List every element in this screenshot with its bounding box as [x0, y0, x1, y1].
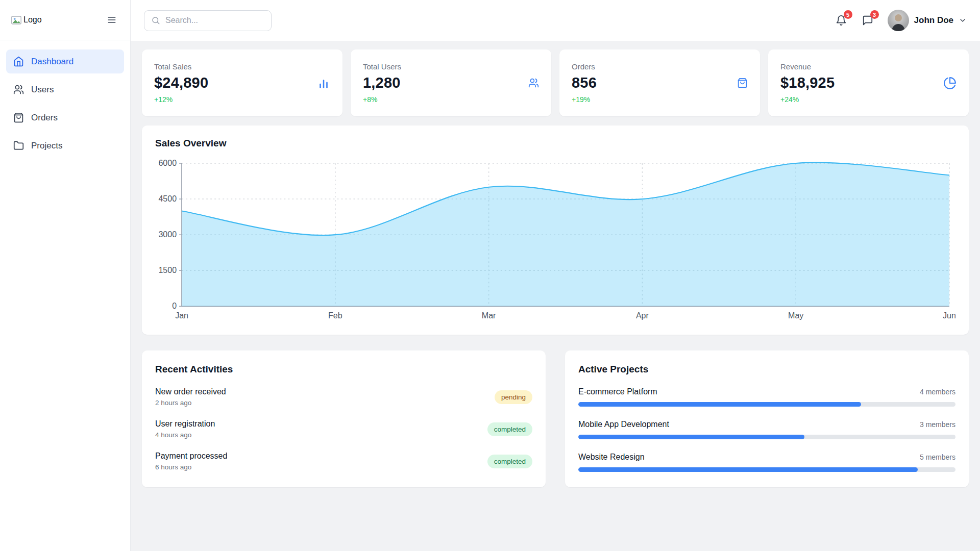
stat-value: 856 — [572, 74, 597, 91]
shopping-bag-icon — [737, 78, 748, 88]
status-badge: completed — [487, 422, 532, 436]
svg-text:Apr: Apr — [636, 311, 649, 320]
bottom-row: Recent Activities New order received 2 h… — [142, 350, 969, 487]
sales-overview-card: Sales Overview 01500300045006000JanFebMa… — [142, 126, 969, 335]
search-input[interactable] — [165, 16, 264, 25]
main-content: Total Sales $24,890 +12% Total Users 1,2… — [131, 0, 980, 487]
progress-bar — [578, 435, 955, 439]
svg-text:1500: 1500 — [158, 265, 177, 274]
activity-texts: New order received 2 hours ago — [155, 387, 226, 407]
stat-change: +12% — [154, 95, 208, 104]
stat-label: Total Sales — [154, 62, 208, 71]
stat-value: 1,280 — [363, 74, 401, 91]
stat-label: Total Users — [363, 62, 401, 71]
project-members: 3 members — [920, 420, 955, 429]
sales-area-chart: 01500300045006000JanFebMarAprMayJun — [155, 156, 955, 325]
search-icon — [151, 16, 160, 25]
project-list: E-commerce Platform 4 members Mobile App… — [578, 387, 955, 472]
project-head: Website Redesign 5 members — [578, 453, 955, 462]
activity-time: 6 hours ago — [155, 463, 227, 471]
stat-card: Revenue $18,925 +24% — [768, 49, 969, 116]
project-name: Mobile App Development — [578, 420, 669, 429]
stat-texts: Total Users 1,280 +8% — [363, 62, 401, 104]
progress-bar — [578, 402, 955, 407]
project-members: 4 members — [920, 388, 955, 396]
top-header: 5 3 John Doe — [131, 0, 980, 41]
home-icon — [13, 56, 24, 67]
shopping-bag-icon — [13, 112, 24, 123]
logo-alt-text: Logo — [23, 15, 42, 24]
stats-row: Total Sales $24,890 +12% Total Users 1,2… — [142, 49, 969, 116]
stat-label: Revenue — [780, 62, 835, 71]
sidebar-item-label: Users — [31, 85, 54, 95]
project-name: Website Redesign — [578, 453, 645, 462]
stat-card: Total Sales $24,890 +12% — [142, 49, 342, 116]
activity-row: New order received 2 hours ago pending — [155, 387, 532, 407]
user-menu[interactable]: John Doe — [888, 10, 967, 31]
project-head: Mobile App Development 3 members — [578, 420, 955, 429]
sidebar: Logo DashboardUsersOrdersProjects — [0, 0, 131, 551]
activity-time: 2 hours ago — [155, 399, 226, 407]
progress-fill — [578, 467, 918, 472]
activity-texts: User registration 4 hours ago — [155, 419, 215, 439]
notifications-button[interactable]: 5 — [835, 14, 848, 27]
activity-row: User registration 4 hours ago completed — [155, 419, 532, 439]
sidebar-item-dashboard[interactable]: Dashboard — [6, 49, 124, 73]
search-box — [144, 10, 272, 31]
stat-texts: Orders 856 +19% — [572, 62, 597, 104]
stat-change: +24% — [780, 95, 835, 104]
progress-fill — [578, 402, 861, 407]
sidebar-item-projects[interactable]: Projects — [6, 134, 124, 158]
activity-list: New order received 2 hours ago pending U… — [155, 387, 532, 471]
notifications-badge: 5 — [844, 10, 852, 19]
project-name: E-commerce Platform — [578, 387, 657, 396]
sidebar-header: Logo — [0, 0, 130, 40]
chevron-down-icon — [959, 16, 967, 24]
activity-texts: Payment processed 6 hours ago — [155, 452, 227, 471]
user-name: John Doe — [914, 15, 953, 26]
status-badge: completed — [487, 455, 532, 468]
activity-title: New order received — [155, 387, 226, 396]
project-head: E-commerce Platform 4 members — [578, 387, 955, 396]
svg-text:Jan: Jan — [175, 311, 188, 320]
folder-icon — [13, 140, 24, 151]
svg-text:Jun: Jun — [943, 311, 955, 320]
stat-change: +8% — [363, 95, 401, 104]
svg-text:0: 0 — [172, 301, 177, 310]
sidebar-item-orders[interactable]: Orders — [6, 106, 124, 130]
progress-fill — [578, 435, 804, 439]
sidebar-item-users[interactable]: Users — [6, 78, 124, 102]
logo: Logo — [11, 15, 42, 24]
project-members: 5 members — [920, 453, 955, 461]
activity-title: User registration — [155, 419, 215, 429]
menu-icon — [107, 15, 117, 25]
svg-text:Mar: Mar — [482, 311, 496, 320]
status-badge: pending — [495, 390, 532, 404]
activity-title: Payment processed — [155, 452, 227, 461]
chart-title: Sales Overview — [155, 138, 955, 149]
project-row: Mobile App Development 3 members — [578, 420, 955, 439]
svg-text:Feb: Feb — [328, 311, 342, 320]
project-row: Website Redesign 5 members — [578, 453, 955, 472]
sidebar-item-label: Orders — [31, 113, 58, 123]
users-icon — [13, 84, 24, 95]
stat-texts: Total Sales $24,890 +12% — [154, 62, 208, 104]
stat-value: $18,925 — [780, 74, 835, 91]
messages-button[interactable]: 3 — [861, 14, 874, 27]
activity-row: Payment processed 6 hours ago completed — [155, 452, 532, 471]
bar-chart-icon — [317, 77, 330, 90]
hamburger-menu-button[interactable] — [105, 13, 119, 27]
broken-image-icon — [11, 16, 21, 24]
header-actions: 5 3 John Doe — [835, 10, 967, 31]
svg-text:3000: 3000 — [158, 230, 177, 239]
active-projects-title: Active Projects — [578, 364, 955, 375]
stat-value: $24,890 — [154, 74, 208, 91]
pie-chart-icon — [943, 77, 957, 90]
stat-card: Orders 856 +19% — [559, 49, 760, 116]
progress-bar — [578, 467, 955, 472]
users-icon — [528, 78, 539, 88]
sidebar-item-label: Dashboard — [31, 57, 74, 67]
recent-activities-card: Recent Activities New order received 2 h… — [142, 350, 546, 487]
svg-text:May: May — [788, 311, 803, 320]
avatar — [888, 10, 909, 31]
